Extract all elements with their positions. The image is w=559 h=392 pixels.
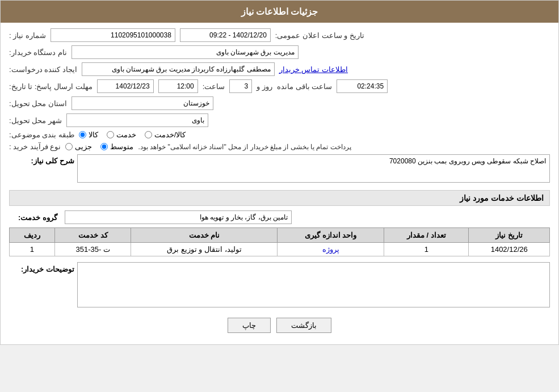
kala-label: کالا <box>89 130 98 139</box>
cell-tarikh-niaz: 1402/12/26 <box>469 243 550 256</box>
row-tabaqe: کالا/خدمت خدمت کالا طبقه بندی موضوعی: <box>9 130 550 139</box>
tabaqe-khadamat[interactable]: خدمت <box>107 130 136 139</box>
services-table: تاریخ نیاز تعداد / مقدار واحد اندازه گیر… <box>9 227 550 256</box>
farayand-motevaset[interactable]: متوسط <box>100 142 133 151</box>
fields-group-5: استان محل تحویل: <box>9 96 550 110</box>
ijadkonande-input[interactable] <box>82 62 275 76</box>
desc-section: توضیحات خریدار: <box>9 262 550 309</box>
gorohe-input[interactable] <box>65 210 292 224</box>
tozihat-textarea[interactable] <box>77 262 550 307</box>
shahr-label: شهر محل تحویل: <box>9 116 62 125</box>
cell-kod-khadamat: ت -35-351 <box>54 243 131 256</box>
col-vahed: واحد اندازه گیری <box>278 228 384 243</box>
tarikh-label: تاریخ و ساعت اعلان عمومی: <box>275 31 364 40</box>
motevaset-label: متوسط <box>110 142 133 151</box>
tabaqe-kala-radio[interactable] <box>79 131 86 138</box>
table-row: 1402/12/26 1 پروژه تولید، انتقال و توزیع… <box>10 243 550 256</box>
farayand-jozi-radio[interactable] <box>65 143 73 150</box>
tabaqe-label: طبقه بندی موضوعی: <box>9 130 74 139</box>
row-ijadkonande: اطلاعات تماس خریدار ایجاد کننده درخواست: <box>9 62 550 76</box>
gorohe-label: گروه خدمت: <box>9 213 60 222</box>
cell-nam-khadamat: تولید، انتقال و توزیع برق <box>131 243 278 256</box>
mohlat-date-input[interactable] <box>97 79 154 93</box>
shomare-niaz-label: شماره نیاز : <box>9 31 46 40</box>
cell-tedad: 1 <box>384 243 469 256</box>
rooz-va-label: روز و <box>257 82 272 91</box>
col-radif: ردیف <box>10 228 55 243</box>
row-gorohe: گروه خدمت: <box>9 210 550 224</box>
table-header: تاریخ نیاز تعداد / مقدار واحد اندازه گیر… <box>10 228 550 243</box>
farayand-radio-group: متوسط جزیی <box>65 142 133 151</box>
fields-group-1: تاریخ و ساعت اعلان عمومی: شماره نیاز : <box>9 28 550 42</box>
kala-khadamat-label: کالا/خدمت <box>154 130 186 139</box>
shomare-niaz-input[interactable] <box>51 28 175 42</box>
row-mohlat: ساعت باقی مانده روز و ساعت: مهلت ارسال پ… <box>9 79 550 93</box>
tabaqe-kala[interactable]: کالا <box>79 130 98 139</box>
row-shomara-tarikh: تاریخ و ساعت اعلان عمومی: شماره نیاز : <box>9 28 550 42</box>
jozi-label: جزیی <box>75 142 92 151</box>
fields-group-3: اطلاعات تماس خریدار ایجاد کننده درخواست: <box>9 62 550 76</box>
saat-label-2: ساعت: <box>203 82 225 91</box>
cell-radif: 1 <box>10 243 55 256</box>
row-sharh-koli: اصلاح شبکه سقوطی ویس روبروی بمب بنزین 70… <box>9 154 550 184</box>
fields-group-7: کالا/خدمت خدمت کالا طبقه بندی موضوعی: <box>9 130 550 139</box>
khadamat-label: خدمت <box>116 130 136 139</box>
fields-group-2: نام دستگاه خریدار: <box>9 45 550 59</box>
sharh-content: اصلاح شبکه سقوطی ویس روبروی بمب بنزین 70… <box>77 154 550 184</box>
fields-group-6: شهر محل تحویل: <box>9 113 550 127</box>
ijadkonande-label: ایجاد کننده درخواست: <box>9 65 77 74</box>
farayand-jozi[interactable]: جزیی <box>65 142 92 151</box>
ostan-input[interactable] <box>72 96 213 110</box>
ettelaat-link[interactable]: اطلاعات تماس خریدار <box>279 65 348 74</box>
btn-row: بازگشت چاپ <box>9 318 550 333</box>
content-area: تاریخ و ساعت اعلان عمومی: شماره نیاز : ن… <box>1 23 558 344</box>
row-farayand: پرداخت تمام یا بخشی از مبلغ خریدار از مح… <box>9 142 550 151</box>
tarikh-input[interactable] <box>180 28 271 42</box>
rooz-input[interactable] <box>229 79 252 93</box>
farayand-label: نوع فرآیند خرید : <box>9 142 61 151</box>
col-kod-khadamat: کد خدمت <box>54 228 131 243</box>
page-title: جزئیات اطلاعات نیاز <box>241 7 318 16</box>
sharh-koli-input[interactable]: اصلاح شبکه سقوطی ویس روبروی بمب بنزین 70… <box>77 154 550 183</box>
tozihat-label: توضیحات خریدار: <box>9 262 77 273</box>
col-nam-khadamat: نام خدمت <box>131 228 278 243</box>
col-tedad: تعداد / مقدار <box>384 228 469 243</box>
namdastgah-input[interactable] <box>72 45 299 59</box>
fields-group-4: ساعت باقی مانده روز و ساعت: مهلت ارسال پ… <box>9 79 550 93</box>
table-body: 1402/12/26 1 پروژه تولید، انتقال و توزیع… <box>10 243 550 256</box>
page-header: جزئیات اطلاعات نیاز <box>1 1 558 23</box>
mohlat-label: مهلت ارسال پاسخ: تا تاریخ: <box>9 82 93 91</box>
farayand-text: پرداخت تمام یا بخشی از مبلغ خریدار از مح… <box>138 143 351 151</box>
desc-content <box>77 262 550 309</box>
print-button[interactable]: چاپ <box>228 318 271 333</box>
countdown-input[interactable] <box>337 79 388 93</box>
tabaqe-khadamat-radio[interactable] <box>107 131 114 138</box>
tabaqe-radio-group: کالا/خدمت خدمت کالا <box>79 130 186 139</box>
shahr-input[interactable] <box>66 113 208 127</box>
row-namdastgah: نام دستگاه خریدار: <box>9 45 550 59</box>
saat-input[interactable] <box>158 79 198 93</box>
sharh-koli-label: شرح کلی نیاز: <box>9 154 77 165</box>
cell-vahed: پروژه <box>278 243 384 256</box>
row-shahr: شهر محل تحویل: <box>9 113 550 127</box>
ostan-label: استان محل تحویل: <box>9 99 67 108</box>
row-ostan: استان محل تحویل: <box>9 96 550 110</box>
baqimande-label: ساعت باقی مانده <box>277 82 332 91</box>
fields-group-8: پرداخت تمام یا بخشی از مبلغ خریدار از مح… <box>9 142 550 151</box>
farayand-motevaset-radio[interactable] <box>100 143 108 150</box>
services-section-title: اطلاعات خدمات مورد نیاز <box>9 190 550 206</box>
namdastgah-label: نام دستگاه خریدار: <box>9 48 67 57</box>
tabaqe-kala-khadamat-radio[interactable] <box>145 131 152 138</box>
tabaqe-kala-khadamat[interactable]: کالا/خدمت <box>145 130 186 139</box>
col-tarikh-niaz: تاریخ نیاز <box>469 228 550 243</box>
back-button[interactable]: بازگشت <box>276 318 331 333</box>
page-wrapper: جزئیات اطلاعات نیاز تاریخ و ساعت اعلان ع… <box>0 0 559 345</box>
